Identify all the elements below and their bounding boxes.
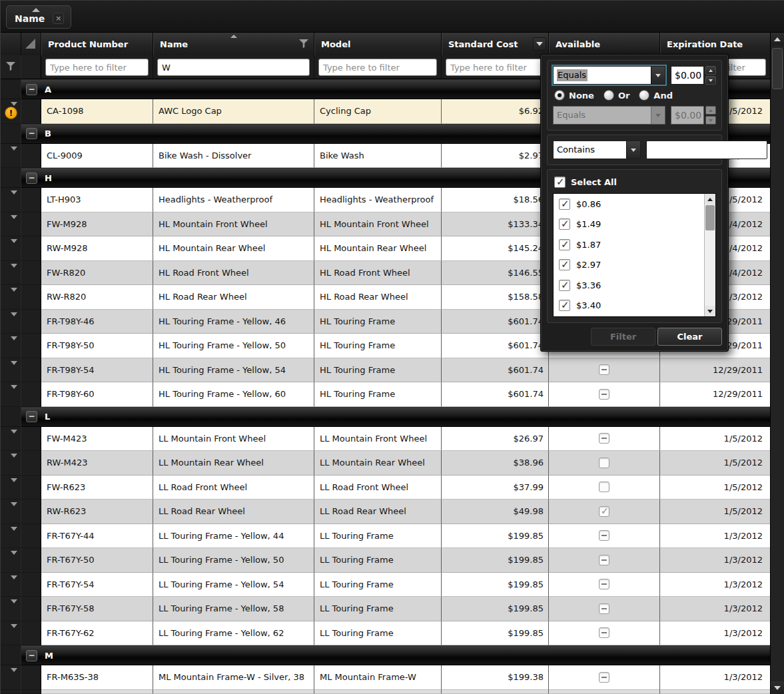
cell-model[interactable]: LL Mountain Rear Wheel xyxy=(314,451,442,476)
column-header-standard-cost[interactable]: Standard Cost xyxy=(442,33,549,55)
row-selector-cell[interactable] xyxy=(1,334,21,358)
row-options-arrow-icon[interactable] xyxy=(11,599,17,603)
cell-product-number[interactable]: RW-R623 xyxy=(41,500,153,524)
value-checkbox[interactable] xyxy=(559,218,570,230)
cell-standard-cost[interactable]: $199.85 xyxy=(442,597,549,621)
model-filter-input[interactable] xyxy=(318,59,437,76)
cell-name[interactable]: LL Touring Frame - Yellow, 54 xyxy=(153,573,314,597)
operand1-value[interactable]: $0.00 xyxy=(671,66,704,85)
cell-available[interactable] xyxy=(549,427,660,452)
filter-value-item[interactable]: $2.97 xyxy=(554,255,704,276)
row-selector-cell[interactable] xyxy=(1,665,21,690)
text-filter-value-input[interactable] xyxy=(646,141,767,159)
available-checkbox[interactable] xyxy=(599,482,609,492)
cell-available[interactable] xyxy=(549,597,660,621)
collapse-button[interactable]: − xyxy=(26,173,37,184)
cell-name[interactable]: LL Touring Frame - Yellow, 62 xyxy=(153,621,314,646)
cost-filter-input[interactable] xyxy=(446,59,544,76)
cell-model[interactable]: HL Touring Frame xyxy=(314,334,442,358)
cell-name[interactable]: HL Touring Frame - Yellow, 50 xyxy=(153,334,314,358)
row-selector-cell[interactable] xyxy=(1,476,21,500)
row-options-arrow-icon[interactable] xyxy=(11,312,17,316)
cell-standard-cost[interactable]: $601.74 xyxy=(442,310,549,334)
cell-standard-cost[interactable]: $38.96 xyxy=(442,451,549,476)
filter-value-item[interactable]: $0.86 xyxy=(554,194,704,214)
table-row[interactable]: FR-T98Y-60 HL Touring Frame - Yellow, 60… xyxy=(1,382,771,407)
cell-expiration-date[interactable]: 12/29/2011 xyxy=(660,382,771,407)
row-options-arrow-icon[interactable] xyxy=(11,551,17,555)
cell-model[interactable]: HL Touring Frame xyxy=(314,358,442,383)
column-header-product-number[interactable]: Product Number xyxy=(41,33,153,55)
column-header-expiration-date[interactable]: Expiration Date xyxy=(660,33,771,55)
cell-expiration-date[interactable]: 1/5/2012 xyxy=(660,500,771,524)
spin-up-button[interactable] xyxy=(705,66,716,75)
value-checkbox[interactable] xyxy=(559,280,570,291)
cell-available[interactable] xyxy=(549,476,660,500)
table-row[interactable]: FR-T67Y-50 LL Touring Frame - Yellow, 50… xyxy=(1,548,771,573)
cell-name[interactable]: Bike Wash - Dissolver xyxy=(153,144,314,169)
table-row[interactable]: FR-T67Y-54 LL Touring Frame - Yellow, 54… xyxy=(1,573,771,597)
table-row[interactable]: FR-T67Y-44 LL Touring Frame - Yellow, 44… xyxy=(1,524,771,549)
cell-name[interactable]: HL Road Front Wheel xyxy=(153,261,314,286)
row-selector-cell[interactable] xyxy=(1,144,21,169)
cell-standard-cost[interactable]: $18.56 xyxy=(442,188,549,212)
cell-expiration-date[interactable]: 1/3/2012 xyxy=(660,665,771,690)
cell-available[interactable] xyxy=(549,524,660,549)
cell-product-number[interactable]: FR-M63S-38 xyxy=(41,665,153,690)
cell-standard-cost[interactable]: $145.24 xyxy=(442,236,549,261)
filter-value-item[interactable]: $3.74 xyxy=(554,316,704,317)
radio-and[interactable] xyxy=(639,90,649,101)
cell-model[interactable]: HL Touring Frame xyxy=(314,382,442,407)
cell-standard-cost[interactable]: $199.85 xyxy=(442,524,549,549)
row-selector-cell[interactable] xyxy=(1,524,21,549)
row-options-arrow-icon[interactable] xyxy=(11,502,17,506)
cell-standard-cost[interactable]: $133.34 xyxy=(442,212,549,237)
available-checkbox[interactable] xyxy=(599,364,609,375)
cell-name[interactable]: HL Touring Frame - Yellow, 54 xyxy=(153,358,314,383)
value-checkbox[interactable] xyxy=(559,239,570,250)
cell-name[interactable]: LL Touring Frame - Yellow, 58 xyxy=(153,597,314,621)
row-options-arrow-icon[interactable] xyxy=(11,336,17,340)
scrollbar-thumb[interactable] xyxy=(772,48,783,89)
list-scroll-down-button[interactable] xyxy=(705,306,715,316)
cell-expiration-date[interactable]: 1/5/2012 xyxy=(660,476,771,500)
filter-value-item[interactable]: $3.36 xyxy=(554,275,704,296)
cell-name[interactable]: Headlights - Weatherproof xyxy=(153,188,314,212)
collapse-button[interactable]: − xyxy=(26,84,37,95)
cell-expiration-date[interactable]: 1/3/2012 xyxy=(660,524,771,549)
cell-product-number[interactable]: CL-9009 xyxy=(41,144,153,169)
cell-available[interactable] xyxy=(549,665,660,690)
cell-model[interactable]: LL Touring Frame xyxy=(314,597,442,621)
cell-standard-cost[interactable]: $26.97 xyxy=(442,427,549,452)
cell-expiration-date[interactable]: 1/5/2012 xyxy=(660,451,771,476)
cell-product-number[interactable]: FR-T98Y-46 xyxy=(41,310,153,334)
cell-model[interactable]: LL Road Rear Wheel xyxy=(314,500,442,524)
cell-product-number[interactable]: FR-T67Y-62 xyxy=(41,621,153,646)
cell-standard-cost[interactable]: $601.74 xyxy=(442,382,549,407)
row-selector-cell[interactable] xyxy=(1,427,21,452)
available-checkbox[interactable] xyxy=(599,579,609,589)
cell-product-number[interactable]: RW-R820 xyxy=(41,285,153,310)
cell-name[interactable]: LL Mountain Front Wheel xyxy=(153,427,314,452)
row-selector-cell[interactable] xyxy=(1,621,21,646)
row-options-arrow-icon[interactable] xyxy=(11,430,17,434)
select-all-checkbox[interactable] xyxy=(554,176,566,188)
collapse-button[interactable]: − xyxy=(26,650,37,661)
row-options-arrow-icon[interactable] xyxy=(11,624,17,628)
list-scrollbar[interactable] xyxy=(704,194,715,316)
row-selector-cell[interactable] xyxy=(1,236,21,261)
cell-available[interactable] xyxy=(549,382,660,407)
table-row[interactable]: FR-M63S-38 ML Mountain Frame-W - Silver,… xyxy=(1,665,771,690)
cell-product-number[interactable]: RW-M928 xyxy=(41,236,153,261)
table-row[interactable]: FR-T98Y-54 HL Touring Frame - Yellow, 54… xyxy=(1,358,771,383)
close-icon[interactable]: × xyxy=(53,13,64,24)
cell-product-number[interactable]: LT-H903 xyxy=(41,188,153,212)
cell-name[interactable]: LL Mountain Rear Wheel xyxy=(153,451,314,476)
cell-product-number[interactable]: FR-T67Y-44 xyxy=(41,524,153,549)
row-options-arrow-icon[interactable] xyxy=(11,385,17,389)
cell-standard-cost[interactable]: $6.92 xyxy=(442,99,549,124)
row-options-arrow-icon[interactable] xyxy=(11,190,17,194)
cell-standard-cost[interactable]: $601.74 xyxy=(442,334,549,358)
cell-standard-cost[interactable]: $146.55 xyxy=(442,261,549,286)
value-checkbox[interactable] xyxy=(559,198,570,210)
